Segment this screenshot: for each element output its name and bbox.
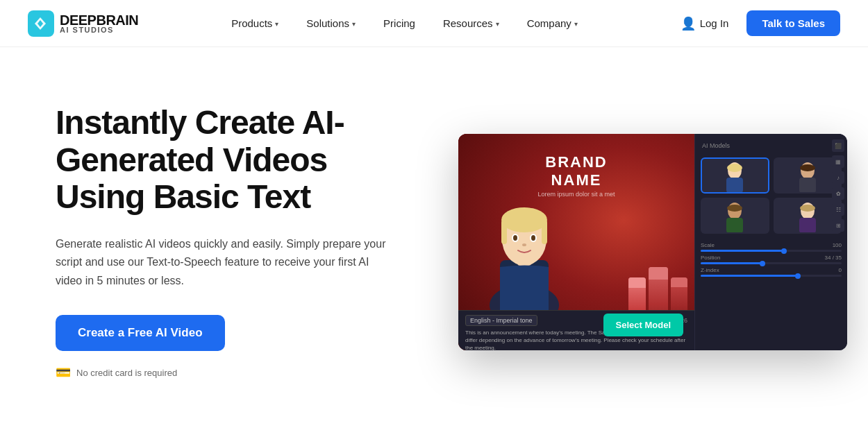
svg-rect-6 xyxy=(501,220,507,244)
sidebar-icon-3[interactable]: ♪ xyxy=(832,171,844,184)
logo[interactable]: DEEPBRAIN AI STUDIOS xyxy=(28,10,138,37)
svg-rect-24 xyxy=(799,218,816,233)
sidebar-icon-2[interactable]: ▦ xyxy=(832,155,844,168)
hero-title: Instantly Create AI-Generated Videos Usi… xyxy=(56,104,417,216)
login-button[interactable]: 👤 Log In xyxy=(671,10,739,37)
position-slider[interactable]: Position 34 / 35 xyxy=(701,255,842,264)
svg-point-11 xyxy=(531,235,535,241)
hero-right: BRAND NAME Lorem ipsum dolor sit a met xyxy=(458,134,847,350)
credit-card-icon: 💳 xyxy=(56,365,71,380)
svg-point-10 xyxy=(513,235,517,241)
svg-point-17 xyxy=(800,164,815,171)
nav-right: 👤 Log In Talk to Sales xyxy=(671,10,840,37)
svg-point-12 xyxy=(522,243,526,246)
chevron-down-icon: ▾ xyxy=(496,20,499,28)
brand-sub-text: Lorem ipsum dolor sit a met xyxy=(517,191,635,198)
nav-company[interactable]: Company ▾ xyxy=(516,12,589,35)
z-index-slider[interactable]: Z-index 0 xyxy=(701,267,842,277)
no-credit-card-note: 💳 No credit card is required xyxy=(56,365,417,380)
svg-rect-15 xyxy=(726,178,743,193)
preview-sidebar: AI Models xyxy=(694,134,847,350)
svg-point-23 xyxy=(800,205,815,212)
sidebar-icon-5[interactable]: ☷ xyxy=(832,203,844,216)
chevron-down-icon: ▾ xyxy=(352,20,356,28)
svg-point-14 xyxy=(727,164,742,172)
chevron-down-icon: ▾ xyxy=(275,20,278,28)
sidebar-icon-4[interactable]: ✿ xyxy=(832,187,844,200)
chevron-down-icon: ▾ xyxy=(574,20,578,28)
hero-description: Generate realistic AI videos quickly and… xyxy=(56,235,389,290)
nav-pricing[interactable]: Pricing xyxy=(372,12,426,35)
language-badge: English - Imperial tone xyxy=(465,315,537,326)
hero-section: Instantly Create AI-Generated Videos Usi… xyxy=(0,47,868,437)
brand-name-text: BRAND NAME xyxy=(517,153,635,189)
svg-point-20 xyxy=(727,205,742,212)
hero-left: Instantly Create AI-Generated Videos Usi… xyxy=(56,104,417,380)
svg-rect-18 xyxy=(799,178,816,193)
sidebar-icon-6[interactable]: ⊞ xyxy=(832,219,844,232)
sidebar-icon-1[interactable]: ⬛ xyxy=(832,139,844,152)
video-panel: BRAND NAME Lorem ipsum dolor sit a met xyxy=(458,134,694,350)
ai-models-title: AI Models xyxy=(701,142,842,149)
nav-resources[interactable]: Resources ▾ xyxy=(432,12,510,35)
talk-to-sales-button[interactable]: Talk to Sales xyxy=(746,10,840,36)
navbar: DEEPBRAIN AI STUDIOS Products ▾ Solution… xyxy=(0,0,868,47)
app-preview: BRAND NAME Lorem ipsum dolor sit a met xyxy=(458,134,847,350)
svg-point-5 xyxy=(501,207,547,232)
select-model-button[interactable]: Select Model xyxy=(603,314,683,336)
ai-person xyxy=(479,191,569,323)
brand-overlay: BRAND NAME Lorem ipsum dolor sit a met xyxy=(517,153,635,198)
user-icon: 👤 xyxy=(681,16,696,31)
create-free-video-button[interactable]: Create a Free AI Video xyxy=(56,315,225,351)
model-thumb-1[interactable] xyxy=(701,157,769,194)
model-grid xyxy=(701,157,842,234)
svg-rect-21 xyxy=(726,218,743,233)
svg-rect-7 xyxy=(542,220,547,244)
scale-slider[interactable]: Scale 100 xyxy=(701,242,842,252)
nav-solutions[interactable]: Solutions ▾ xyxy=(295,12,367,35)
nav-products[interactable]: Products ▾ xyxy=(220,12,290,35)
model-thumb-3[interactable] xyxy=(701,198,769,234)
nav-links: Products ▾ Solutions ▾ Pricing Resources… xyxy=(138,12,670,35)
